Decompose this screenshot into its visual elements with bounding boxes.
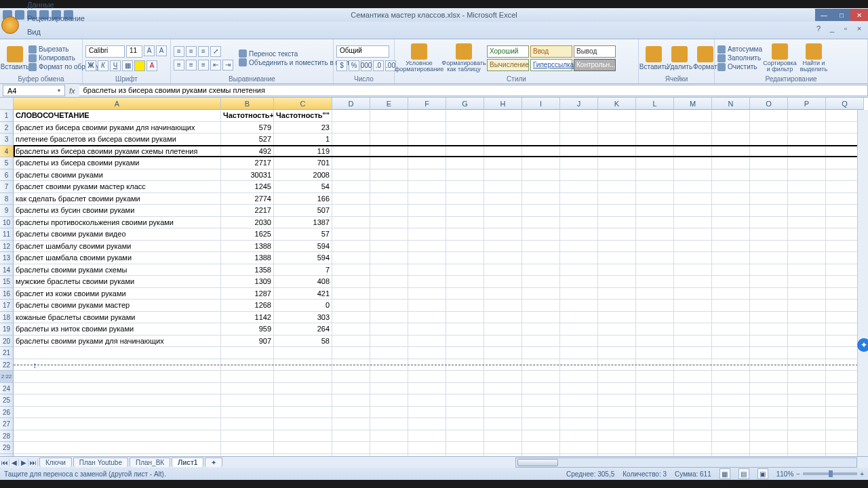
cell[interactable] bbox=[370, 430, 408, 442]
sheet-tab[interactable]: Лист1 bbox=[172, 458, 203, 467]
row-header[interactable]: 9 bbox=[0, 205, 14, 217]
cell[interactable] bbox=[674, 252, 712, 264]
cell[interactable] bbox=[674, 359, 712, 371]
cell[interactable] bbox=[750, 217, 788, 228]
cell[interactable]: Частотность"" bbox=[274, 110, 332, 121]
cell[interactable] bbox=[446, 193, 484, 205]
cell[interactable]: 1287 bbox=[221, 288, 274, 300]
cell[interactable] bbox=[484, 336, 522, 347]
cell[interactable] bbox=[750, 205, 788, 216]
cell[interactable] bbox=[408, 217, 446, 228]
comma-icon[interactable]: 000 bbox=[361, 60, 372, 71]
cell[interactable] bbox=[636, 193, 674, 205]
cell[interactable] bbox=[750, 371, 788, 382]
cell[interactable] bbox=[370, 407, 408, 418]
cell[interactable] bbox=[598, 323, 636, 335]
cell[interactable] bbox=[484, 276, 522, 287]
cell[interactable]: браслет шамбала своими руками bbox=[14, 252, 221, 264]
cell[interactable] bbox=[750, 169, 788, 181]
cell[interactable] bbox=[522, 146, 560, 157]
cell[interactable] bbox=[712, 228, 750, 240]
row-header[interactable]: 25 bbox=[0, 394, 14, 407]
row-header[interactable]: 27 bbox=[0, 418, 14, 430]
cell[interactable] bbox=[560, 323, 598, 335]
cell[interactable] bbox=[522, 252, 560, 264]
underline-button[interactable]: Ч bbox=[110, 60, 121, 71]
cell[interactable] bbox=[332, 157, 370, 169]
table-row[interactable] bbox=[14, 347, 868, 359]
table-row[interactable]: как сделать браслет своими руками2774166 bbox=[14, 193, 868, 205]
cell[interactable] bbox=[750, 110, 788, 121]
column-header[interactable]: Q bbox=[826, 98, 864, 110]
cell[interactable] bbox=[332, 394, 370, 406]
cell[interactable] bbox=[788, 146, 826, 157]
cell[interactable] bbox=[484, 312, 522, 323]
cell[interactable] bbox=[674, 146, 712, 157]
cell[interactable] bbox=[788, 134, 826, 145]
cell[interactable] bbox=[788, 181, 826, 192]
cell[interactable]: 2030 bbox=[221, 217, 274, 228]
table-row[interactable] bbox=[14, 371, 868, 383]
cell[interactable] bbox=[274, 442, 332, 453]
cell[interactable] bbox=[522, 430, 560, 442]
cell[interactable] bbox=[484, 193, 522, 205]
select-all-corner[interactable] bbox=[0, 98, 14, 110]
cell[interactable] bbox=[750, 122, 788, 134]
cell[interactable] bbox=[370, 442, 408, 453]
cell[interactable] bbox=[788, 312, 826, 323]
format-as-table-button[interactable]: Форматировать как таблицу bbox=[442, 43, 486, 73]
cell[interactable] bbox=[788, 157, 826, 169]
row-header[interactable]: 4 bbox=[0, 146, 14, 158]
cell[interactable] bbox=[750, 430, 788, 442]
cell[interactable] bbox=[332, 418, 370, 430]
cell[interactable] bbox=[370, 383, 408, 394]
table-row[interactable] bbox=[14, 383, 868, 395]
cell[interactable] bbox=[332, 193, 370, 205]
cell[interactable] bbox=[274, 394, 332, 406]
cell[interactable] bbox=[446, 276, 484, 287]
style-link[interactable]: Гиперссылка bbox=[530, 59, 572, 71]
cell[interactable] bbox=[332, 312, 370, 323]
zoom-in-icon[interactable]: + bbox=[860, 470, 864, 478]
cell[interactable] bbox=[788, 241, 826, 252]
cell[interactable] bbox=[712, 300, 750, 311]
row-header[interactable]: 13 bbox=[0, 252, 14, 264]
cell[interactable] bbox=[370, 228, 408, 240]
cell[interactable] bbox=[332, 110, 370, 121]
cell[interactable] bbox=[788, 288, 826, 300]
cell[interactable]: 2217 bbox=[221, 205, 274, 216]
table-row[interactable]: браслеты своими руками300312008 bbox=[14, 169, 868, 182]
table-row[interactable]: браслет шамбалу своими руками1388594 bbox=[14, 241, 868, 253]
cell[interactable] bbox=[446, 181, 484, 192]
cells-area[interactable]: СЛОВОСОЧЕТАНИЕЧастотность+Частотность""б… bbox=[14, 110, 868, 456]
cell[interactable]: браслеты своими руками схемы bbox=[14, 264, 221, 276]
view-normal-icon[interactable]: ▦ bbox=[719, 468, 730, 479]
cell[interactable] bbox=[408, 252, 446, 264]
cell[interactable] bbox=[370, 323, 408, 335]
cell[interactable] bbox=[274, 430, 332, 442]
cell[interactable] bbox=[408, 371, 446, 382]
cell[interactable] bbox=[446, 110, 484, 121]
cell[interactable] bbox=[598, 146, 636, 157]
cell[interactable] bbox=[750, 394, 788, 406]
hscroll-thumb[interactable] bbox=[517, 459, 558, 466]
cell[interactable] bbox=[408, 181, 446, 192]
cell[interactable] bbox=[636, 288, 674, 300]
cell[interactable] bbox=[484, 122, 522, 134]
cell[interactable] bbox=[560, 157, 598, 169]
ribbon-tab[interactable]: Вид bbox=[20, 25, 102, 39]
grow-font-icon[interactable]: A bbox=[144, 45, 155, 56]
cell[interactable] bbox=[332, 169, 370, 181]
cell[interactable] bbox=[332, 205, 370, 216]
cell[interactable] bbox=[598, 110, 636, 121]
sheet-prev-icon[interactable]: ◀ bbox=[9, 459, 19, 466]
cell[interactable] bbox=[636, 134, 674, 145]
cell[interactable] bbox=[522, 359, 560, 371]
cell[interactable] bbox=[332, 241, 370, 252]
indent-inc-icon[interactable]: ⇥ bbox=[222, 60, 233, 70]
cell[interactable] bbox=[408, 323, 446, 335]
cell[interactable] bbox=[750, 418, 788, 430]
cell[interactable] bbox=[674, 110, 712, 121]
cell[interactable] bbox=[712, 312, 750, 323]
cell[interactable] bbox=[408, 205, 446, 216]
